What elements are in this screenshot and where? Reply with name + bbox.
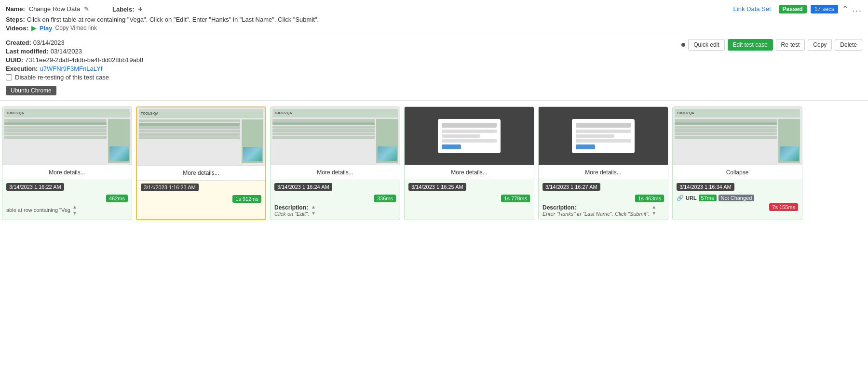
step-card-3: TOOLS⋅QA More details...3/14/202 [270, 106, 400, 220]
timestamp-row-3: 3/14/2023 1:16:24 AM [274, 183, 396, 193]
copy-vimeo-link[interactable]: Copy Vimeo link [55, 25, 96, 31]
more-details-button-4[interactable]: More details... [405, 165, 534, 180]
duration-badge-3: 336ms [374, 195, 396, 202]
meta-section: Created: 03/14/2023 Last modified: 03/14… [0, 34, 868, 101]
play-button[interactable]: Play [40, 25, 53, 32]
url-badge-row-6: 🔗 URL 57ms Not Changed [677, 195, 798, 201]
meta-actions: Quick edit Edit test case Re-test Copy D… [681, 39, 862, 51]
link-data-set-link[interactable]: Link Data Set [733, 5, 771, 13]
more-details-button-6[interactable]: Collapse [673, 165, 802, 180]
mock-row-5 [139, 133, 240, 136]
execution-label: Execution: [6, 65, 38, 72]
edit-test-case-button[interactable]: Edit test case [728, 39, 773, 51]
add-label-button[interactable]: + [138, 5, 142, 13]
mock-header-2: TOOLS⋅QA [139, 109, 263, 118]
mock-row-2 [272, 122, 375, 125]
copy-button[interactable]: Copy [808, 39, 832, 51]
scroll-up-1[interactable]: ▲ [72, 204, 77, 210]
execution-link[interactable]: u7WFNr9F3MFnLaLYf [40, 65, 102, 72]
mock-right-2 [242, 119, 263, 163]
disable-retest-label: Disable re-testing of this test case [15, 74, 109, 81]
test-case-name: Change Row Data [29, 5, 80, 13]
mock-image-2 [243, 147, 262, 161]
mock-row-1 [139, 119, 240, 122]
mock-image-1 [109, 146, 129, 161]
mock-row-2 [4, 122, 107, 125]
duration-row-3: 336ms [274, 195, 396, 202]
description-section-5: Description: Enter "Hanks" in "Last Name… [542, 204, 664, 217]
description-text-5: Enter "Hanks" in "Last Name". Click "Sub… [542, 211, 650, 217]
quick-edit-button[interactable]: Quick edit [688, 39, 724, 51]
mock-row-4 [272, 129, 375, 132]
mock-row-3 [139, 126, 240, 129]
header-left: Steps: Name: Change Row Data ✎ Labels: + [6, 5, 733, 13]
modal-box-4 [438, 119, 501, 153]
mock-table-3 [272, 119, 375, 163]
mock-row-3 [675, 126, 777, 129]
scroll-arrows-desc-3[interactable]: ▲ ▼ [311, 204, 316, 216]
scroll-down-desc-3[interactable]: ▼ [311, 210, 316, 216]
mock-logo-3: TOOLS⋅QA [274, 111, 292, 115]
collapse-button[interactable]: ⌃ [842, 4, 848, 13]
description-label-3: Description: [274, 204, 309, 211]
modal-field-1-4 [442, 130, 497, 133]
description-with-scroll-3: Description: Click on "Edit". ▲ ▼ [274, 204, 396, 217]
scroll-down-desc-5[interactable]: ▼ [651, 210, 656, 216]
scroll-down-1[interactable]: ▼ [72, 210, 77, 216]
duration-badge-5: 1s 463ms [635, 195, 664, 202]
mock-row-6 [675, 136, 777, 139]
scroll-arrows-desc-5[interactable]: ▲ ▼ [651, 204, 656, 216]
duration-badge-1: 462ms [106, 195, 128, 202]
scroll-up-desc-5[interactable]: ▲ [651, 204, 656, 210]
timestamp-row-5: 3/14/2023 1:16:27 AM [542, 183, 664, 193]
scroll-up-desc-3[interactable]: ▲ [311, 204, 316, 210]
timestamp-badge-1: 3/14/2023 1:16:22 AM [6, 183, 64, 191]
mock-table-6 [675, 119, 777, 163]
play-icon: ▶ [31, 24, 37, 32]
passed-badge: Passed [779, 5, 807, 13]
timestamp-row-1: 3/14/2023 1:16:22 AM [6, 183, 128, 193]
mock-row-5 [272, 132, 375, 135]
modal-box-5 [572, 119, 635, 153]
mock-row-6 [4, 136, 107, 139]
description-content-5: Description: Enter "Hanks" in "Last Name… [542, 204, 650, 217]
delete-button[interactable]: Delete [835, 39, 862, 51]
step-footer-5: 3/14/2023 1:16:27 AM1s 463ms Description… [539, 180, 668, 220]
mock-row-3 [4, 126, 107, 129]
duration-row-2: 1s 912ms [141, 195, 261, 203]
mock-header-6: TOOLS⋅QA [675, 109, 800, 118]
step-snippet-1: able at row containing "Veg ▲ ▼ [6, 204, 128, 216]
more-details-button-2[interactable]: More details... [137, 165, 265, 181]
modal-field-2-4 [442, 134, 480, 138]
more-details-button-5[interactable]: More details... [539, 165, 668, 180]
duration-badge-4: 1s 778ms [501, 195, 530, 202]
more-details-button-1[interactable]: More details... [2, 165, 132, 180]
modal-overlay-4 [405, 107, 534, 165]
header-right: Link Data Set Passed 17 secs ⌃ ... [733, 4, 862, 14]
header-section: Steps: Name: Change Row Data ✎ Labels: +… [0, 0, 868, 34]
created-value: 03/14/2023 [33, 39, 65, 46]
step-card-6: TOOLS⋅QA Collapse3/14/2023 1:16: [672, 106, 802, 220]
ubuntu-chrome-tag: Ubuntu Chrome [6, 86, 56, 95]
mock-table-1 [4, 119, 107, 163]
re-test-button[interactable]: Re-test [776, 39, 805, 51]
mock-row-4 [675, 129, 777, 132]
duration-row-6: 7s 155ms [677, 203, 798, 211]
mock-body-2 [139, 119, 263, 163]
mock-row-6 [272, 136, 375, 139]
disable-retest-checkbox[interactable] [6, 74, 12, 80]
step-card-4: More details...3/14/2023 1:16:25 AM1s 77… [404, 106, 534, 220]
mock-row-5 [4, 132, 107, 135]
modal-field-2-5 [576, 134, 614, 138]
description-with-scroll-5: Description: Enter "Hanks" in "Last Name… [542, 204, 664, 217]
videos-label: Videos: [6, 25, 28, 32]
step-footer-6: 3/14/2023 1:16:34 AM 🔗 URL 57ms Not Chan… [673, 180, 802, 214]
scroll-arrows-1[interactable]: ▲ ▼ [72, 204, 77, 216]
more-options-button[interactable]: ... [852, 4, 862, 14]
mock-row-4 [139, 130, 240, 132]
created-label: Created: [6, 39, 31, 46]
screenshot-mock-2: TOOLS⋅QA [137, 107, 265, 165]
edit-name-icon[interactable]: ✎ [84, 5, 89, 13]
more-details-button-3[interactable]: More details... [271, 165, 400, 180]
step-screenshot-5 [539, 107, 668, 165]
